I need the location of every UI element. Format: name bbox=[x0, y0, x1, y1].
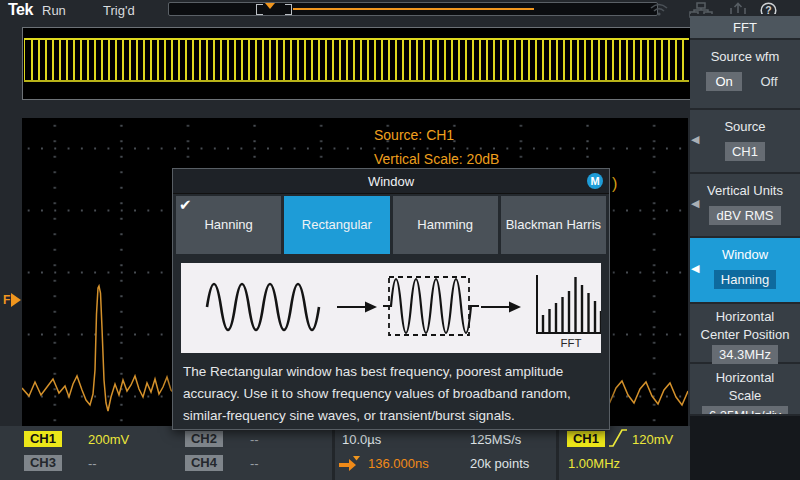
fft-caption: FFT bbox=[560, 337, 581, 349]
tek-logo: Tek bbox=[8, 1, 33, 19]
zoom-bracket-right[interactable] bbox=[285, 4, 292, 15]
section-horizontal-center[interactable]: Horizontal Center Position 34.3MHz bbox=[690, 304, 800, 362]
trigger-source-badge[interactable]: CH1 bbox=[567, 431, 605, 447]
window-dialog: Window M ✔ Hanning Rectangular Hamming B… bbox=[172, 168, 610, 430]
fft-side-menu: FFT Source wfm On Off ◀ Source CH1 ◀ Ver… bbox=[690, 14, 800, 480]
expand-left-icon[interactable]: ◀ bbox=[691, 197, 699, 210]
status-bar: CH1 200mV CH2 -- CH3 -- CH4 -- 10.0µs 12… bbox=[0, 426, 690, 480]
ch2-badge[interactable]: CH2 bbox=[185, 431, 223, 447]
section-source[interactable]: ◀ Source CH1 bbox=[690, 110, 800, 172]
source-value[interactable]: CH1 bbox=[725, 142, 765, 161]
ch4-badge[interactable]: CH4 bbox=[185, 455, 223, 471]
check-icon: ✔ bbox=[179, 196, 192, 214]
record-length-readout: 20k points bbox=[470, 456, 529, 471]
section-vertical-units[interactable]: ◀ Vertical Units dBV RMS bbox=[690, 174, 800, 236]
trigger-slope-icon bbox=[608, 427, 628, 449]
trigger-level-readout: 120mV bbox=[632, 432, 673, 447]
tab-hanning[interactable]: ✔ Hanning bbox=[176, 196, 281, 254]
fft-bars-icon bbox=[543, 277, 601, 333]
menu-badge-icon[interactable]: M bbox=[587, 173, 603, 189]
ch1-scale-readout: 200mV bbox=[88, 432, 129, 447]
trigger-position-icon bbox=[338, 455, 362, 472]
fft-scale-annotation: Vertical Scale: 20dB bbox=[374, 151, 499, 167]
horizontal-center-value[interactable]: 34.3MHz bbox=[712, 345, 778, 364]
fft-channel-marker[interactable]: F bbox=[3, 293, 21, 307]
dialog-title: Window bbox=[368, 174, 414, 189]
window-tab-row: ✔ Hanning Rectangular Hamming Blackman H… bbox=[176, 196, 606, 254]
ch3-badge[interactable]: CH3 bbox=[24, 455, 62, 471]
dialog-title-bar[interactable]: Window M bbox=[173, 169, 609, 194]
trigger-position-marker[interactable] bbox=[265, 3, 275, 9]
ch1-badge[interactable]: CH1 bbox=[24, 431, 62, 447]
window-description: The Rectangular window has best frequenc… bbox=[183, 361, 601, 427]
section-source-wfm[interactable]: Source wfm On Off bbox=[690, 40, 800, 108]
trigger-status: Trig'd bbox=[103, 3, 135, 18]
window-value[interactable]: Hanning bbox=[714, 270, 776, 289]
zoom-bracket-left[interactable] bbox=[256, 4, 263, 15]
clipped-annotation-fragment: ) bbox=[612, 175, 617, 193]
statusbar-divider bbox=[332, 426, 335, 480]
acquisition-status: Run bbox=[42, 3, 66, 18]
sine-wave-icon bbox=[207, 284, 319, 330]
waveform-overview-strip[interactable] bbox=[22, 27, 691, 100]
ch3-scale-readout: -- bbox=[88, 456, 97, 471]
wifi-icon[interactable] bbox=[649, 2, 669, 17]
ch4-scale-readout: -- bbox=[250, 456, 259, 471]
horizontal-position-readout[interactable]: 136.000ns bbox=[368, 456, 429, 471]
sample-rate-readout: 125MS/s bbox=[470, 432, 521, 447]
tab-rectangular[interactable]: Rectangular bbox=[284, 196, 389, 254]
section-window[interactable]: ◀ Window Hanning bbox=[690, 238, 800, 302]
top-bar: Tek Run Trig'd bbox=[0, 0, 800, 20]
vertical-units-value[interactable]: dBV RMS bbox=[709, 206, 780, 225]
ch1-overview-waveform bbox=[24, 38, 689, 82]
sidebar-empty-area bbox=[690, 414, 800, 480]
fft-menu-header: FFT bbox=[690, 16, 800, 38]
marker-triangle-icon bbox=[11, 293, 21, 307]
oscilloscope-screen: Tek Run Trig'd bbox=[0, 0, 800, 480]
expand-left-icon[interactable]: ◀ bbox=[691, 133, 699, 146]
ch2-scale-readout: -- bbox=[250, 432, 259, 447]
fft-source-annotation: Source: CH1 bbox=[374, 127, 454, 143]
horizontal-scale-readout[interactable]: 10.0µs bbox=[342, 432, 381, 447]
statusbar-divider bbox=[556, 426, 559, 480]
expand-left-icon[interactable]: ◀ bbox=[691, 262, 699, 275]
tab-hamming[interactable]: Hamming bbox=[393, 196, 498, 254]
horizontal-position-bar[interactable] bbox=[168, 2, 658, 16]
source-wfm-off-button[interactable]: Off bbox=[754, 72, 783, 91]
source-wfm-on-button[interactable]: On bbox=[706, 72, 741, 91]
window-illustration: FFT bbox=[181, 263, 601, 353]
record-view-line bbox=[293, 8, 534, 10]
trigger-frequency-readout: 1.00MHz bbox=[568, 456, 620, 471]
tab-blackman-harris[interactable]: Blackman Harris bbox=[501, 196, 606, 254]
